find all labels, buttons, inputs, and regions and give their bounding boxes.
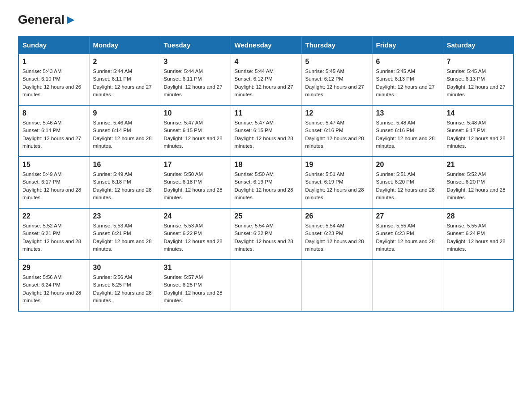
- day-info: Sunrise: 5:45 AMSunset: 6:13 PMDaylight:…: [376, 68, 439, 98]
- day-number: 24: [164, 212, 227, 220]
- calendar-cell: [372, 260, 443, 311]
- daylight-label: Daylight: 12 hours and 28 minutes.: [447, 136, 506, 149]
- sunrise-label: Sunrise: 5:54 AM: [235, 223, 274, 228]
- daylight-label: Daylight: 12 hours and 28 minutes.: [22, 239, 81, 252]
- day-number: 4: [235, 58, 298, 66]
- sunrise-label: Sunrise: 5:51 AM: [376, 171, 416, 177]
- daylight-label: Daylight: 12 hours and 27 minutes.: [164, 84, 223, 97]
- daylight-label: Daylight: 12 hours and 27 minutes.: [93, 84, 152, 97]
- sunset-label: Sunset: 6:23 PM: [305, 231, 343, 236]
- page-header: General►: [18, 13, 514, 27]
- day-number: 14: [447, 109, 510, 117]
- daylight-label: Daylight: 12 hours and 26 minutes.: [22, 84, 81, 97]
- day-number: 21: [447, 161, 510, 169]
- calendar-cell: 8Sunrise: 5:46 AMSunset: 6:14 PMDaylight…: [18, 105, 89, 157]
- daylight-label: Daylight: 12 hours and 28 minutes.: [305, 187, 364, 200]
- sunset-label: Sunset: 6:12 PM: [235, 76, 273, 81]
- weekday-header-thursday: Thursday: [301, 36, 372, 54]
- sunset-label: Sunset: 6:22 PM: [164, 231, 202, 236]
- sunset-label: Sunset: 6:13 PM: [376, 76, 414, 81]
- calendar-cell: 7Sunrise: 5:45 AMSunset: 6:13 PMDaylight…: [443, 54, 514, 105]
- weekday-header-monday: Monday: [89, 36, 160, 54]
- weekday-header-sunday: Sunday: [18, 36, 89, 54]
- sunrise-label: Sunrise: 5:53 AM: [93, 223, 133, 228]
- sunset-label: Sunset: 6:13 PM: [447, 76, 485, 81]
- day-number: 9: [93, 109, 156, 117]
- logo: General►: [18, 13, 77, 27]
- day-number: 6: [376, 58, 439, 66]
- calendar-body: 1Sunrise: 5:43 AMSunset: 6:10 PMDaylight…: [18, 54, 514, 311]
- day-number: 17: [164, 161, 227, 169]
- sunset-label: Sunset: 6:21 PM: [93, 231, 131, 236]
- weekday-header-row: SundayMondayTuesdayWednesdayThursdayFrid…: [18, 36, 514, 54]
- day-number: 16: [93, 161, 156, 169]
- daylight-label: Daylight: 12 hours and 28 minutes.: [376, 136, 435, 149]
- day-number: 28: [447, 212, 510, 220]
- calendar-table: SundayMondayTuesdayWednesdayThursdayFrid…: [18, 36, 514, 312]
- sunset-label: Sunset: 6:19 PM: [305, 179, 343, 184]
- daylight-label: Daylight: 12 hours and 28 minutes.: [164, 187, 223, 200]
- day-number: 30: [93, 264, 156, 272]
- sunset-label: Sunset: 6:18 PM: [164, 179, 202, 184]
- sunrise-label: Sunrise: 5:54 AM: [305, 223, 345, 228]
- calendar-cell: [231, 260, 301, 311]
- calendar-cell: 29Sunrise: 5:56 AMSunset: 6:24 PMDayligh…: [18, 260, 89, 311]
- sunset-label: Sunset: 6:19 PM: [235, 179, 273, 184]
- day-info: Sunrise: 5:48 AMSunset: 6:17 PMDaylight:…: [447, 119, 510, 150]
- sunset-label: Sunset: 6:14 PM: [22, 128, 60, 133]
- day-info: Sunrise: 5:45 AMSunset: 6:12 PMDaylight:…: [305, 68, 369, 98]
- day-info: Sunrise: 5:53 AMSunset: 6:21 PMDaylight:…: [93, 222, 156, 253]
- calendar-cell: 5Sunrise: 5:45 AMSunset: 6:12 PMDaylight…: [301, 54, 372, 105]
- day-number: 3: [164, 58, 227, 66]
- sunset-label: Sunset: 6:23 PM: [376, 231, 414, 236]
- sunrise-label: Sunrise: 5:56 AM: [22, 274, 62, 280]
- day-number: 26: [305, 212, 369, 220]
- sunrise-label: Sunrise: 5:45 AM: [305, 68, 345, 74]
- sunrise-label: Sunrise: 5:55 AM: [447, 223, 486, 228]
- daylight-label: Daylight: 12 hours and 28 minutes.: [235, 239, 293, 252]
- sunrise-label: Sunrise: 5:43 AM: [22, 68, 62, 74]
- day-number: 15: [22, 161, 86, 169]
- day-info: Sunrise: 5:48 AMSunset: 6:16 PMDaylight:…: [376, 119, 439, 150]
- daylight-label: Daylight: 12 hours and 28 minutes.: [22, 187, 81, 200]
- calendar-cell: 19Sunrise: 5:51 AMSunset: 6:19 PMDayligh…: [301, 157, 372, 208]
- sunrise-label: Sunrise: 5:48 AM: [376, 120, 416, 125]
- calendar-cell: 2Sunrise: 5:44 AMSunset: 6:11 PMDaylight…: [89, 54, 160, 105]
- day-number: 25: [235, 212, 298, 220]
- sunset-label: Sunset: 6:17 PM: [22, 179, 60, 184]
- calendar-cell: 12Sunrise: 5:47 AMSunset: 6:16 PMDayligh…: [301, 105, 372, 157]
- logo-arrow-icon: ►: [64, 13, 77, 26]
- day-info: Sunrise: 5:54 AMSunset: 6:23 PMDaylight:…: [305, 222, 369, 253]
- calendar-cell: [301, 260, 372, 311]
- day-info: Sunrise: 5:47 AMSunset: 6:15 PMDaylight:…: [164, 119, 227, 150]
- day-number: 7: [447, 58, 510, 66]
- day-info: Sunrise: 5:56 AMSunset: 6:25 PMDaylight:…: [93, 274, 156, 304]
- day-info: Sunrise: 5:54 AMSunset: 6:22 PMDaylight:…: [235, 222, 298, 253]
- day-number: 23: [93, 212, 156, 220]
- day-info: Sunrise: 5:50 AMSunset: 6:19 PMDaylight:…: [235, 171, 298, 201]
- daylight-label: Daylight: 12 hours and 28 minutes.: [447, 187, 506, 200]
- sunset-label: Sunset: 6:15 PM: [164, 128, 202, 133]
- calendar-cell: 28Sunrise: 5:55 AMSunset: 6:24 PMDayligh…: [443, 208, 514, 260]
- sunset-label: Sunset: 6:14 PM: [93, 128, 131, 133]
- sunrise-label: Sunrise: 5:52 AM: [22, 223, 62, 228]
- sunset-label: Sunset: 6:20 PM: [447, 179, 485, 184]
- calendar-header: SundayMondayTuesdayWednesdayThursdayFrid…: [18, 36, 514, 54]
- sunrise-label: Sunrise: 5:44 AM: [164, 68, 203, 74]
- sunrise-label: Sunrise: 5:47 AM: [235, 120, 274, 125]
- calendar-week-row: 22Sunrise: 5:52 AMSunset: 6:21 PMDayligh…: [18, 208, 514, 260]
- day-number: 10: [164, 109, 227, 117]
- sunset-label: Sunset: 6:24 PM: [22, 282, 60, 287]
- daylight-label: Daylight: 12 hours and 28 minutes.: [164, 239, 223, 252]
- daylight-label: Daylight: 12 hours and 28 minutes.: [235, 187, 293, 200]
- daylight-label: Daylight: 12 hours and 28 minutes.: [93, 187, 152, 200]
- calendar-cell: 10Sunrise: 5:47 AMSunset: 6:15 PMDayligh…: [160, 105, 231, 157]
- calendar-cell: 31Sunrise: 5:57 AMSunset: 6:25 PMDayligh…: [160, 260, 231, 311]
- day-number: 5: [305, 58, 369, 66]
- sunset-label: Sunset: 6:16 PM: [376, 128, 414, 133]
- sunset-label: Sunset: 6:11 PM: [93, 76, 131, 81]
- day-number: 22: [22, 212, 86, 220]
- calendar-cell: 1Sunrise: 5:43 AMSunset: 6:10 PMDaylight…: [18, 54, 89, 105]
- sunrise-label: Sunrise: 5:50 AM: [164, 171, 203, 177]
- day-info: Sunrise: 5:57 AMSunset: 6:25 PMDaylight:…: [164, 274, 227, 304]
